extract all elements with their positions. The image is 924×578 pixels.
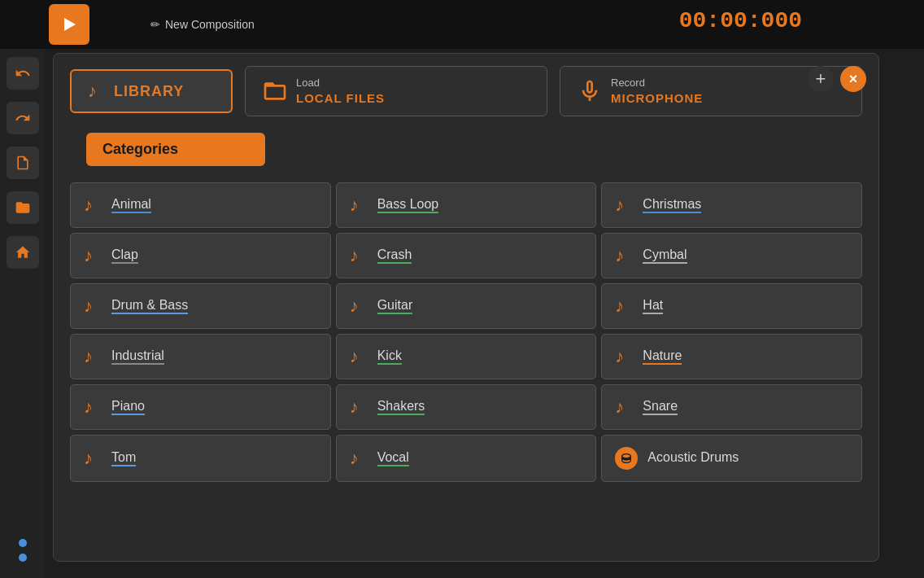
music-note-icon: ♪ <box>84 396 102 418</box>
svg-marker-0 <box>64 18 76 31</box>
music-note-icon: ♪ <box>84 448 102 469</box>
redo-button[interactable] <box>7 102 39 134</box>
folder-open-icon <box>262 78 288 104</box>
music-note-icon: ♪ <box>350 195 368 216</box>
category-item-vocal[interactable]: ♪ Vocal <box>336 435 597 482</box>
category-item-snare[interactable]: ♪ Snare <box>601 384 862 430</box>
drum-icon <box>615 447 638 470</box>
composition-title: ✏ New Composition <box>150 18 255 31</box>
music-note-icon: ♪ <box>350 346 368 367</box>
category-label: Drum & Bass <box>111 298 188 314</box>
music-note-icon: ♪ <box>350 396 368 418</box>
category-label: Tom <box>111 450 136 466</box>
category-label: Kick <box>377 348 402 365</box>
pencil-icon: ✏ <box>150 18 160 31</box>
category-label: Piano <box>111 399 145 415</box>
undo-button[interactable] <box>7 57 39 90</box>
category-item-piano[interactable]: ♪ Piano <box>70 384 331 430</box>
category-item-animal[interactable]: ♪ Animal <box>70 182 331 228</box>
category-item-bass-loop[interactable]: ♪ Bass Loop <box>336 182 597 228</box>
categories-grid: ♪ Animal ♪ Bass Loop ♪ Christmas ♪ Clap … <box>70 182 862 482</box>
top-bar: ✏ New Composition 00:00:000 <box>0 0 924 49</box>
category-label: Snare <box>643 399 678 415</box>
library-button[interactable]: ♪ LIBRARY <box>70 69 233 113</box>
music-note-icon: ♪ <box>350 448 368 469</box>
music-note-icon: ♪ <box>84 245 102 266</box>
play-button[interactable] <box>49 4 89 45</box>
category-item-drum-bass[interactable]: ♪ Drum & Bass <box>70 283 331 329</box>
category-item-nature[interactable]: ♪ Nature <box>601 334 862 379</box>
music-note-icon: ♪ <box>84 296 102 317</box>
load-files-button[interactable]: Load LOCAL FILES <box>245 66 547 116</box>
categories-title: Categories <box>102 141 178 157</box>
library-music-icon: ♪ <box>88 81 106 102</box>
category-item-kick[interactable]: ♪ Kick <box>336 334 597 379</box>
category-label: Cymbal <box>643 247 686 264</box>
category-label: Crash <box>377 247 412 264</box>
library-modal: + × ♪ LIBRARY Load LOCAL FILES <box>53 53 879 562</box>
category-item-clap[interactable]: ♪ Clap <box>70 233 331 278</box>
category-item-guitar[interactable]: ♪ Guitar <box>336 283 597 329</box>
category-item-cymbal[interactable]: ♪ Cymbal <box>601 233 862 278</box>
close-button[interactable]: × <box>840 66 866 92</box>
category-label: Shakers <box>377 399 425 415</box>
category-item-tom[interactable]: ♪ Tom <box>70 435 331 482</box>
category-label: Christmas <box>643 197 701 213</box>
music-note-icon: ♪ <box>615 346 633 367</box>
timer-display: 00:00:000 <box>679 8 802 33</box>
category-label: Nature <box>643 348 682 365</box>
folder-button[interactable] <box>7 191 39 224</box>
music-note-icon: ♪ <box>615 245 633 266</box>
category-label: Bass Loop <box>377 197 439 213</box>
category-label: Industrial <box>111 348 164 365</box>
home-button[interactable] <box>7 236 39 269</box>
category-item-christmas[interactable]: ♪ Christmas <box>601 182 862 228</box>
music-note-icon: ♪ <box>350 296 368 317</box>
category-item-hat[interactable]: ♪ Hat <box>601 283 862 329</box>
music-note-icon: ♪ <box>84 346 102 367</box>
modal-header: ♪ LIBRARY Load LOCAL FILES Record MICROP… <box>54 54 878 129</box>
category-label: Animal <box>111 197 151 213</box>
plus-button[interactable]: + <box>808 66 834 92</box>
category-label: Hat <box>643 298 663 314</box>
categories-section: Categories <box>70 129 862 174</box>
left-sidebar <box>0 49 45 578</box>
record-microphone-text: Record MICROPHONE <box>611 77 703 106</box>
category-label: Guitar <box>377 298 413 314</box>
music-note-icon: ♪ <box>615 396 633 418</box>
library-label: LIBRARY <box>114 83 184 100</box>
categories-header-bar: Categories <box>86 133 265 166</box>
category-item-shakers[interactable]: ♪ Shakers <box>336 384 597 430</box>
music-note-icon: ♪ <box>615 195 633 216</box>
music-note-icon: ♪ <box>84 195 102 216</box>
microphone-icon <box>577 78 603 104</box>
category-item-crash[interactable]: ♪ Crash <box>336 233 597 278</box>
music-note-icon: ♪ <box>350 245 368 266</box>
category-item-acoustic-drums[interactable]: Acoustic Drums <box>601 435 862 482</box>
category-label: Vocal <box>377 450 409 466</box>
music-note-icon: ♪ <box>615 296 633 317</box>
category-label: Clap <box>111 247 138 264</box>
category-label: Acoustic Drums <box>647 450 739 466</box>
category-item-industrial[interactable]: ♪ Industrial <box>70 334 331 379</box>
load-files-text: Load LOCAL FILES <box>296 77 385 106</box>
file-button[interactable] <box>7 147 39 179</box>
